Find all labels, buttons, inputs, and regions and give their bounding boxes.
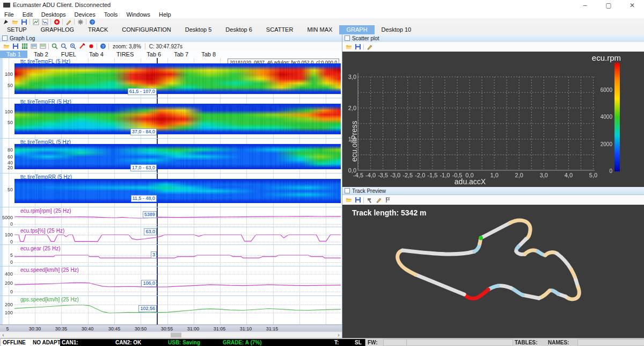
save-icon[interactable] [353, 197, 362, 203]
snapshot2-icon[interactable] [38, 43, 47, 49]
graphlog-tab-tab-7[interactable]: Tab 7 [167, 51, 195, 58]
track-segment-blue [511, 288, 523, 295]
chart-import-icon[interactable] [40, 19, 49, 25]
track-toolbar [342, 195, 644, 205]
hammer-icon[interactable] [365, 197, 374, 203]
time-tick-label: 30:45 [108, 326, 121, 331]
track-map-area[interactable]: Track length: 5342 m [342, 205, 644, 338]
status-fw: FW: [366, 339, 384, 346]
status-empty [406, 339, 513, 346]
desktop-tab-desktop-5[interactable]: Desktop 5 [178, 25, 219, 34]
scrollbar-thumb[interactable] [171, 333, 181, 337]
pencil-icon[interactable] [374, 197, 383, 203]
menu-item-tools[interactable]: Tools [100, 11, 122, 18]
line-canvas[interactable] [14, 273, 341, 294]
pin-icon[interactable] [1, 19, 10, 25]
graphlog-tab-tab-4[interactable]: Tab 4 [83, 51, 110, 58]
desktop-tab-track[interactable]: TRACK [81, 25, 115, 34]
graphlog-tab-tires[interactable]: TIRES [110, 51, 140, 58]
heatmap-canvas[interactable] [14, 144, 341, 169]
scatter-plot[interactable]: ecu.rpm ecu.oilPress adu.accX 6000400020… [342, 52, 644, 187]
track-preview-panel: Track Preview Track length: 5342 m [342, 187, 644, 338]
minimize-button[interactable]: – [573, 0, 597, 11]
track-segment-gray [402, 250, 474, 254]
desktop-tab-setup[interactable]: SETUP [0, 25, 34, 34]
rpm-colorbar [614, 63, 620, 171]
start-finish-marker [479, 236, 483, 240]
open-icon[interactable] [344, 44, 353, 50]
y-tick-label: 200 [0, 280, 13, 286]
desktop-tab-min-max[interactable]: MIN MAX [300, 25, 339, 34]
menu-item-windows[interactable]: Windows [122, 11, 155, 18]
y-tick-label: 100 [0, 71, 13, 77]
status-empty [577, 339, 644, 346]
toolbar-separator [30, 19, 30, 25]
scatter-y-axis-label: ecu.oilPress [350, 121, 358, 162]
excel-icon[interactable] [20, 43, 29, 49]
desktop-tab-desktop-10[interactable]: Desktop 10 [375, 25, 419, 34]
save-icon[interactable] [19, 19, 28, 25]
heatmap-canvas[interactable] [14, 179, 341, 203]
toolbar-separator [62, 19, 63, 25]
desktop-tab-graphlog[interactable]: GRAPHLOG [34, 25, 81, 34]
graphlog-tab-tab-2[interactable]: Tab 2 [27, 51, 55, 58]
panel-icon [345, 35, 350, 41]
menu-item-desktops[interactable]: Desktops [37, 11, 70, 18]
flag-icon[interactable] [383, 197, 392, 203]
marker-icon[interactable] [77, 43, 86, 49]
desktop-tab-desktop-6[interactable]: Desktop 6 [218, 25, 259, 34]
zoom-in-icon[interactable] [68, 43, 77, 49]
open-icon[interactable] [10, 19, 19, 25]
graphlog-tab-tab-1[interactable]: Tab 1 [0, 51, 27, 58]
track-segment-gray [523, 295, 539, 298]
cursor-value-label: 5389 [143, 211, 157, 218]
graphlog-tab-tab-8[interactable]: Tab 8 [195, 51, 222, 58]
maximize-button[interactable]: ▢ [597, 0, 620, 11]
close-button[interactable]: ✕ [620, 0, 644, 11]
y-gridline [14, 292, 341, 292]
menu-item-file[interactable]: File [0, 11, 18, 18]
pencil-icon[interactable] [365, 44, 374, 50]
menu-item-help[interactable]: Help [155, 11, 175, 18]
heatmap-canvas[interactable] [14, 104, 341, 134]
desktop-tab-scatter[interactable]: SCATTER [259, 25, 301, 34]
status-no-adapter: NO ADAPTER [31, 339, 61, 346]
y-tick-label: 5000 [0, 215, 13, 220]
time-axis[interactable]: 530:3030:3530:4030:4530:5030:5531:0031:0… [0, 325, 342, 332]
scroll-right-icon[interactable]: › [335, 332, 342, 338]
heatmap-canvas[interactable] [14, 63, 341, 94]
record-icon[interactable] [86, 43, 96, 49]
save-icon[interactable] [353, 44, 362, 50]
track-segment-tan [539, 291, 550, 298]
help-icon[interactable]: ? [87, 19, 97, 25]
scatter-titlebar: Scatter plot [342, 34, 644, 42]
zoom-window-icon[interactable] [59, 43, 68, 49]
colorbar-title: ecu.rpm [592, 53, 621, 62]
graph-plot-area[interactable]: 20181020_0837_46.adulog: fw:0.052.0, cl:… [0, 58, 342, 338]
scroll-left-icon[interactable]: ‹ [0, 332, 6, 338]
track-segment-tan [398, 250, 415, 275]
toolbar-separator [74, 19, 75, 25]
save-icon[interactable] [11, 43, 20, 49]
line-canvas[interactable] [14, 251, 341, 265]
graphlog-tab-tab-6[interactable]: Tab 6 [140, 51, 167, 58]
track-segment-gray [498, 286, 511, 288]
track-segment-gray [415, 275, 464, 294]
help-icon[interactable]: ? [98, 43, 107, 49]
open-icon[interactable] [2, 43, 11, 49]
zoom-fit-icon[interactable] [50, 43, 59, 49]
menu-item-edit[interactable]: Edit [18, 11, 37, 18]
settings-icon[interactable] [76, 19, 85, 25]
add-record-icon[interactable] [52, 19, 61, 25]
desktop-tab-configuration[interactable]: CONFIGURATION [115, 25, 178, 34]
desktop-tab-graph[interactable]: GRAPH [339, 25, 374, 34]
open-icon[interactable] [344, 197, 353, 203]
horizontal-scrollbar[interactable]: ‹ › [0, 331, 342, 338]
cursor-value-label: 106,0 [141, 280, 157, 287]
pencil-icon[interactable] [64, 19, 73, 25]
status-tables: TABLES: [513, 339, 545, 346]
menu-item-devices[interactable]: Devices [70, 11, 100, 18]
snapshot-icon[interactable] [29, 43, 38, 49]
graphlog-tab-fuel[interactable]: FUEL [55, 51, 83, 58]
chart-export-icon[interactable] [31, 19, 40, 25]
